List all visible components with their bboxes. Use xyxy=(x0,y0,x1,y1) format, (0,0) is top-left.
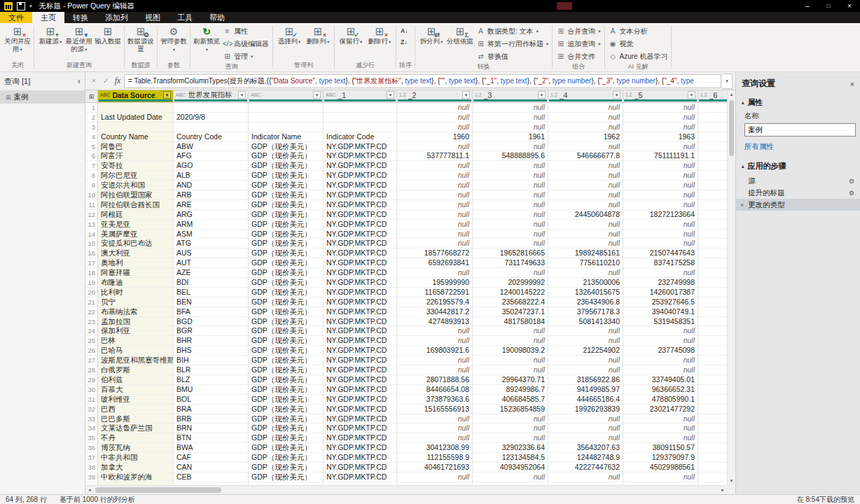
cell[interactable]: 112155598.9 xyxy=(397,453,473,463)
cell[interactable]: 贝宁 xyxy=(98,298,174,307)
cell[interactable]: BWA xyxy=(174,443,249,453)
cell[interactable] xyxy=(698,278,727,288)
cell[interactable]: null xyxy=(397,113,473,122)
cell[interactable]: null xyxy=(548,230,623,239)
cell[interactable]: 212254902 xyxy=(548,346,623,356)
cell[interactable]: AUS xyxy=(174,248,249,258)
commit-formula-icon[interactable]: ✓ xyxy=(100,77,111,85)
cell[interactable]: Indicator Code xyxy=(324,132,397,142)
cell[interactable]: null xyxy=(397,161,473,171)
close-panel-icon[interactable]: × xyxy=(850,80,854,88)
cell[interactable]: 42227447632 xyxy=(548,463,623,472)
cell[interactable]: 14260017387 xyxy=(623,288,698,298)
cell[interactable] xyxy=(698,210,727,220)
row-number[interactable]: 15 xyxy=(85,239,98,248)
cell[interactable]: null xyxy=(473,142,548,152)
cell[interactable]: null xyxy=(548,200,623,210)
manage-query-button[interactable]: ⊞ 管理 ▾ xyxy=(221,50,254,62)
profiling-status[interactable]: 基于前 1000 行的列分析 xyxy=(60,495,135,504)
row-number[interactable]: 20 xyxy=(85,288,98,298)
data-type-icon[interactable]: ABC xyxy=(251,92,261,97)
cell[interactable]: Country Code xyxy=(174,132,249,142)
cell[interactable]: GDP（现价美元） xyxy=(249,395,324,405)
data-type-icon[interactable]: ABC xyxy=(176,92,186,97)
cell[interactable]: 548888895.6 xyxy=(473,151,548,161)
row-number[interactable]: 26 xyxy=(85,346,98,356)
cell[interactable]: 5319458351 xyxy=(623,317,698,327)
cell[interactable]: 84466654.08 xyxy=(397,385,473,395)
cell[interactable]: null xyxy=(698,239,727,248)
cell[interactable]: null xyxy=(623,414,698,424)
cell[interactable] xyxy=(698,317,727,327)
tab-file[interactable]: 文件 xyxy=(0,12,32,23)
cell[interactable]: BRB xyxy=(174,414,249,424)
cell[interactable]: null xyxy=(473,356,548,365)
cell[interactable]: null xyxy=(623,326,698,336)
cell[interactable]: NY.GDP.MKTP.CD xyxy=(324,385,397,395)
cell[interactable]: 中欧和波罗的海 xyxy=(98,472,174,482)
maximize-button[interactable]: □ xyxy=(818,0,839,12)
cell[interactable]: NY.GDP.MKTP.CD xyxy=(324,453,397,463)
vertical-scrollbar[interactable]: ▲ ▼ xyxy=(727,90,735,485)
cell[interactable] xyxy=(698,443,727,453)
cell[interactable]: NY.GDP.MKTP.CD xyxy=(324,307,397,317)
cell[interactable]: GDP（现价美元） xyxy=(249,356,324,365)
quick-access-caret-icon[interactable]: ▾ xyxy=(29,4,32,9)
cell[interactable]: null xyxy=(473,336,548,346)
split-column-button[interactable]: ⊞⇄ 拆分列▾ xyxy=(417,25,445,46)
cell[interactable] xyxy=(698,298,727,307)
use-first-row-as-headers-button[interactable]: ⊞ 将第一行用作标题 ▾ xyxy=(475,38,550,50)
cell[interactable]: 235668222.4 xyxy=(473,298,548,307)
cell[interactable]: null xyxy=(473,326,548,336)
cell[interactable]: BIH xyxy=(174,356,249,365)
cell[interactable]: null xyxy=(698,200,727,210)
cell[interactable]: null xyxy=(698,103,727,113)
cell[interactable]: null xyxy=(548,268,623,278)
cell[interactable]: 澳大利亚 xyxy=(98,248,174,258)
enter-data-button[interactable]: ⊞ 输入数据 xyxy=(94,25,122,46)
cell[interactable]: NY.GDP.MKTP.CD xyxy=(324,443,397,453)
tab-help[interactable]: 帮助 xyxy=(201,12,233,23)
tab-add-column[interactable]: 添加列 xyxy=(97,12,137,23)
cell[interactable] xyxy=(698,375,727,385)
cell[interactable]: 21507447643 xyxy=(623,248,698,258)
cell[interactable]: 阿塞拜疆 xyxy=(98,268,174,278)
cell[interactable]: 226195579.4 xyxy=(397,298,473,307)
recent-sources-button[interactable]: ⊞▾ 最近使用的源▾ xyxy=(65,25,93,52)
cell[interactable]: CAN xyxy=(174,463,249,472)
cell[interactable]: 169803921.6 xyxy=(397,346,473,356)
cell[interactable]: null xyxy=(473,239,548,248)
cell[interactable]: GDP（现价美元） xyxy=(249,230,324,239)
cell[interactable]: GDP（现价美元） xyxy=(249,317,324,327)
properties-button[interactable]: ≡ 属性 xyxy=(221,25,249,37)
cell[interactable]: null xyxy=(548,336,623,346)
cell[interactable]: 2020/9/8 xyxy=(174,113,249,122)
sort-descending-button[interactable]: Z↓ xyxy=(398,36,409,47)
cell[interactable] xyxy=(98,122,174,132)
cell[interactable]: null xyxy=(623,336,698,346)
cell[interactable]: 美属萨摩亚 xyxy=(98,230,174,239)
cell[interactable] xyxy=(698,151,727,161)
cell[interactable]: null xyxy=(397,230,473,239)
cell[interactable]: BLR xyxy=(174,365,249,375)
cell[interactable]: null xyxy=(548,171,623,181)
cell[interactable]: GDP（现价美元） xyxy=(249,210,324,220)
cell[interactable]: 不丹 xyxy=(98,433,174,443)
cell[interactable]: null xyxy=(548,424,623,433)
cell[interactable]: 30412308.99 xyxy=(397,443,473,453)
row-number[interactable]: 31 xyxy=(85,395,98,405)
cell[interactable]: ARM xyxy=(174,220,249,230)
cell[interactable]: BGR xyxy=(174,326,249,336)
cell[interactable]: 比利时 xyxy=(98,288,174,298)
cell[interactable]: NY.GDP.MKTP.CD xyxy=(324,258,397,268)
cell[interactable]: null xyxy=(397,414,473,424)
column-header-5[interactable]: 1.2_2▾ xyxy=(397,90,473,103)
cell[interactable]: null xyxy=(397,433,473,443)
cell[interactable]: null xyxy=(397,220,473,230)
cell[interactable]: null xyxy=(473,200,548,210)
cell[interactable]: 孟加拉国 xyxy=(98,317,174,327)
row-number[interactable]: 1 xyxy=(85,103,98,113)
cell[interactable]: null xyxy=(623,365,698,375)
cell[interactable]: NY.GDP.MKTP.CD xyxy=(324,346,397,356)
row-number[interactable]: 6 xyxy=(85,151,98,161)
